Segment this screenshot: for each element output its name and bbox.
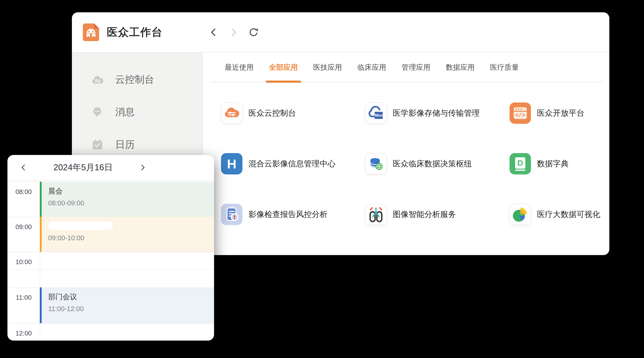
calendar-event-department-meeting[interactable]: 部门会议 11:00-12:00 bbox=[40, 287, 214, 323]
app-label: 图像智能分析服务 bbox=[393, 209, 456, 220]
tab-bar: 最近使用 全部应用 医技应用 临床应用 管理应用 数据应用 医疗质量 bbox=[203, 52, 609, 82]
window-nav bbox=[208, 12, 259, 52]
app-label: 医众临床数据决策枢纽 bbox=[393, 159, 472, 169]
app-label: 医学影像存储与传输管理 bbox=[393, 108, 480, 119]
report-alert-icon bbox=[221, 204, 242, 225]
dictionary-icon: D bbox=[510, 153, 531, 175]
event-title: 部门会议 bbox=[48, 292, 214, 302]
calendar-prev-day-button[interactable] bbox=[17, 161, 31, 175]
half-hour-line bbox=[8, 269, 214, 270]
database-plus-icon bbox=[365, 153, 387, 175]
app-report-risk-analysis[interactable]: 影像检查报告风控分析 bbox=[221, 204, 365, 225]
app-logo-icon bbox=[82, 23, 100, 42]
chevron-right-icon bbox=[138, 164, 146, 172]
page-background: 医众工作台 bbox=[0, 0, 644, 358]
app-big-data-visualization[interactable]: 医疗大数据可视化 bbox=[510, 204, 600, 225]
calendar-event-morning-meeting[interactable]: 晨会 08:00-09:00 bbox=[40, 182, 214, 217]
time-label: 12:00 bbox=[8, 330, 40, 337]
app-label: 医众开放平台 bbox=[537, 108, 584, 119]
app-hybrid-cloud-imaging[interactable]: H 混合云影像信息管理中心 bbox=[221, 153, 365, 175]
tab-clinical-apps[interactable]: 临床应用 bbox=[357, 52, 386, 82]
time-label: 11:00 bbox=[8, 294, 40, 301]
time-label: 08:00 bbox=[8, 188, 40, 196]
pie-chart-icon bbox=[510, 204, 531, 225]
sidebar-item-label: 日历 bbox=[115, 138, 135, 151]
app-clinical-data-hub[interactable]: 医众临床数据决策枢纽 bbox=[365, 153, 510, 175]
cloud-sliders-icon bbox=[221, 102, 242, 124]
svg-text:Mos: Mos bbox=[375, 113, 382, 117]
app-image-ai-analysis[interactable]: 图像智能分析服务 bbox=[365, 204, 510, 225]
calendar-icon bbox=[92, 139, 104, 150]
forward-button[interactable] bbox=[228, 27, 239, 38]
app-title: 医众工作台 bbox=[107, 25, 163, 39]
event-time: 09:00-10:00 bbox=[48, 234, 214, 242]
sidebar-item-cloud-console[interactable]: 云控制台 bbox=[72, 63, 202, 96]
hour-line bbox=[8, 252, 214, 252]
back-button[interactable] bbox=[208, 27, 219, 38]
chevron-left-icon bbox=[20, 164, 28, 172]
sidebar-item-messages[interactable]: 消息 bbox=[72, 96, 202, 128]
app-medical-image-storage[interactable]: Mos 医学影像存储与传输管理 bbox=[365, 102, 510, 124]
app-label: 医众云控制台 bbox=[248, 108, 296, 119]
lungs-icon bbox=[365, 204, 387, 225]
app-label: 医疗大数据可视化 bbox=[537, 209, 600, 220]
calendar-next-day-button[interactable] bbox=[136, 161, 149, 175]
time-label: 09:00 bbox=[8, 223, 40, 231]
event-time: 08:00-09:00 bbox=[48, 199, 214, 207]
time-label: 10:00 bbox=[8, 258, 40, 266]
app-cloud-console[interactable]: 医众云控制台 bbox=[221, 102, 365, 124]
calendar-header: 2024年5月16日 bbox=[8, 155, 214, 180]
app-data-dictionary[interactable]: D 数据字典 bbox=[510, 153, 600, 175]
content-area: 最近使用 全部应用 医技应用 临床应用 管理应用 数据应用 医疗质量 bbox=[203, 52, 609, 255]
app-grid: 医众云控制台 Mos 医学影像存储与传输管理 bbox=[221, 102, 600, 254]
calendar-date-title: 2024年5月16日 bbox=[31, 162, 136, 173]
message-icon bbox=[92, 106, 104, 118]
refresh-icon bbox=[248, 27, 259, 37]
back-icon bbox=[209, 27, 218, 37]
app-label: 混合云影像信息管理中心 bbox=[248, 159, 336, 169]
event-title: 晨会 bbox=[48, 186, 214, 196]
tab-medtech-apps[interactable]: 医技应用 bbox=[313, 52, 342, 82]
code-window-icon: </> bbox=[510, 102, 531, 124]
forward-icon bbox=[229, 27, 238, 37]
refresh-button[interactable] bbox=[248, 27, 259, 38]
app-label: 数据字典 bbox=[537, 159, 568, 169]
event-title-redacted bbox=[48, 221, 113, 230]
letter-h-icon: H bbox=[221, 153, 242, 175]
app-open-platform[interactable]: </> 医众开放平台 bbox=[510, 102, 600, 124]
calendar-panel: 2024年5月16日 08:00 09:00 10:00 11:00 12:00… bbox=[8, 155, 214, 341]
app-label: 影像检查报告风控分析 bbox=[248, 209, 328, 220]
window-header: 医众工作台 bbox=[72, 12, 609, 52]
tab-all-apps[interactable]: 全部应用 bbox=[269, 52, 298, 82]
tab-management-apps[interactable]: 管理应用 bbox=[402, 52, 430, 82]
tab-quality[interactable]: 医疗质量 bbox=[490, 52, 519, 82]
tab-data-apps[interactable]: 数据应用 bbox=[446, 52, 474, 82]
tab-recently-used[interactable]: 最近使用 bbox=[225, 52, 254, 82]
calendar-body: 08:00 09:00 10:00 11:00 12:00 晨会 08:00-0… bbox=[8, 180, 214, 340]
cloud-console-icon bbox=[92, 74, 104, 85]
mos-cloud-icon: Mos bbox=[365, 102, 387, 124]
hour-line bbox=[8, 323, 214, 324]
event-time: 11:00-12:00 bbox=[48, 305, 214, 313]
sidebar-item-label: 消息 bbox=[115, 105, 135, 119]
sidebar-item-label: 云控制台 bbox=[115, 73, 154, 86]
calendar-event-redacted[interactable]: 09:00-10:00 bbox=[40, 217, 214, 252]
